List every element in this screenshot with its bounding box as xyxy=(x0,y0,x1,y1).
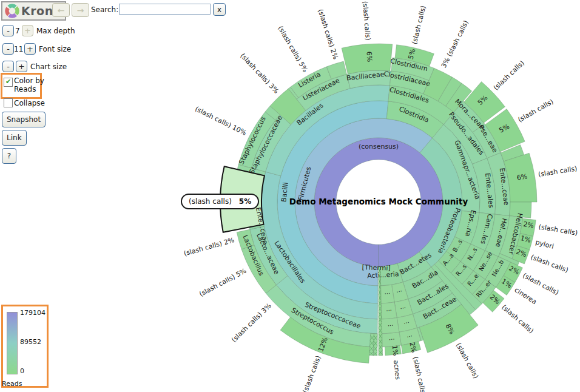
back-arrow-icon: ← xyxy=(58,5,65,15)
collapse-checkbox[interactable] xyxy=(4,98,13,107)
color-by-label-line1: Color by xyxy=(14,76,44,85)
band-label: ... xyxy=(384,288,391,296)
color-by-reads-checkbox[interactable]: ✔ xyxy=(4,78,13,87)
max-depth-value: 7 xyxy=(15,27,20,35)
font-size-minus-button[interactable]: - xyxy=(2,43,14,55)
link-button[interactable]: Link xyxy=(2,130,27,146)
forward-arrow-icon: → xyxy=(77,5,84,15)
leaf-name-label: acnes xyxy=(392,360,402,380)
max-depth-minus-button[interactable]: - xyxy=(2,25,14,36)
snapshot-button-label: Snapshot xyxy=(7,115,41,124)
band-label: ... xyxy=(386,305,393,313)
leaf-label: (slash calls) 2% xyxy=(316,8,339,60)
leaf-label: (slash calls) 3% xyxy=(230,302,273,343)
leaf-name-label: (slash calls) xyxy=(516,98,555,124)
leaf-label: (slash calls) 5% xyxy=(198,267,248,299)
snapshot-button[interactable]: Snapshot xyxy=(2,112,46,127)
leaf-label: (slash calls) 2% xyxy=(183,236,235,257)
plus-icon: + xyxy=(18,62,25,71)
logo-segment xyxy=(7,4,16,8)
plus-icon: + xyxy=(24,26,31,35)
search-input[interactable] xyxy=(119,4,211,15)
leaf-pct-label: 6% xyxy=(365,51,373,62)
leaf-label: (slash calls) 3% xyxy=(238,52,280,95)
leaf-pct-label: 1% xyxy=(391,345,400,356)
band-label: ... xyxy=(388,334,395,342)
font-size-label: Font size xyxy=(39,45,71,53)
band-label: [Thermi] xyxy=(362,263,391,272)
krona-sunburst-chart[interactable]: (consensus)FirmicutesProteobacteriaBact.… xyxy=(0,0,580,392)
leaf-label: (slash calls) 5% xyxy=(276,25,309,74)
search-clear-label: x xyxy=(217,5,221,14)
leaf-name-label: (slash calls) xyxy=(538,223,578,237)
leaf-name-label: (slash calls) xyxy=(411,356,428,392)
minus-icon: - xyxy=(7,44,10,53)
search-label: Search: xyxy=(91,5,118,14)
color-by-label-line2: Reads xyxy=(14,85,36,93)
plus-icon: + xyxy=(27,44,33,53)
leaf-name-label: (slash calls) xyxy=(454,342,480,380)
leaf-label: 3% (slash calls) xyxy=(440,19,470,70)
minus-icon: - xyxy=(7,26,10,35)
leaf-name-label: (slash calls) xyxy=(530,253,569,274)
logo-segment xyxy=(15,6,19,15)
chart-title: Demo Metagenomics Mock Community xyxy=(289,197,468,206)
search-clear-button[interactable]: x xyxy=(213,3,226,16)
minus-icon: - xyxy=(7,62,10,71)
krona-app: (consensus)FirmicutesProteobacteriaBact.… xyxy=(0,0,580,392)
font-size-value: 11 xyxy=(14,45,23,53)
tooltip-value: 5% xyxy=(239,197,251,206)
chart-size-plus-button[interactable]: + xyxy=(16,61,27,72)
back-button[interactable]: ← xyxy=(52,3,70,17)
max-depth-label: Max depth xyxy=(36,27,75,35)
band-label: ... xyxy=(387,320,394,328)
leaf-name-label: (slash calls) xyxy=(361,1,372,41)
leaf-name-label: cinerea xyxy=(513,286,538,306)
leaf-pct-label: 6% xyxy=(516,172,528,182)
krona-logo-icon xyxy=(4,3,20,19)
logo-segment xyxy=(5,7,10,16)
chart-size-label: Chart size xyxy=(30,63,67,71)
leaf-name-label: pylori xyxy=(534,238,555,251)
hover-tooltip: (slash calls) 5% xyxy=(181,194,259,209)
logo-segment xyxy=(8,13,17,18)
link-button-label: Link xyxy=(7,133,22,142)
leaf-name-label: (slash calls) xyxy=(411,5,428,45)
leaf-name-label: (slash calls) xyxy=(492,59,526,92)
font-size-plus-button[interactable]: + xyxy=(24,43,36,55)
max-depth-plus-button[interactable]: + xyxy=(22,25,33,36)
legend-min-value: 0 xyxy=(20,367,24,375)
collapse-label: Collapse xyxy=(14,99,45,107)
band-label: (consensus) xyxy=(359,143,399,150)
help-button[interactable]: ? xyxy=(2,148,16,164)
legend-mid-value: 89552 xyxy=(20,338,41,346)
legend-max-value: 179104 xyxy=(20,309,46,317)
leaf-name-label: (slash calls) xyxy=(302,354,323,392)
leaf-name-label: (slash calls) xyxy=(500,303,535,335)
legend-title: Reads xyxy=(2,380,22,388)
leaf-name-label: (slash calls) xyxy=(538,164,578,178)
legend-gradient-bar xyxy=(7,312,18,374)
leaf-label: (slash calls) 10% xyxy=(194,105,248,137)
forward-button[interactable]: → xyxy=(72,3,89,17)
tooltip-name: (slash calls) xyxy=(189,197,232,206)
chart-size-minus-button[interactable]: - xyxy=(2,61,14,72)
help-button-label: ? xyxy=(7,152,11,160)
